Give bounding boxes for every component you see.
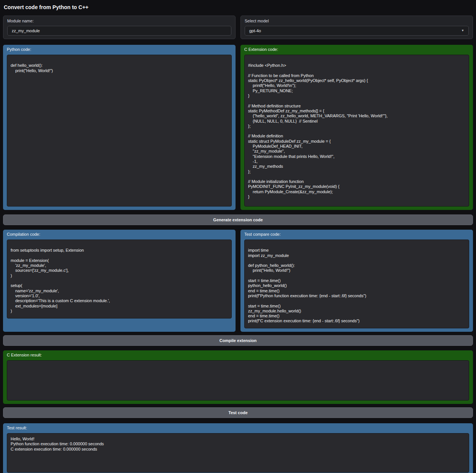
test-code-button[interactable]: Test code xyxy=(3,407,473,418)
module-name-label: Module name: xyxy=(7,19,231,24)
module-name-group: Module name: xyxy=(3,16,236,39)
compile-test-row: Compilation code: from setuptools import… xyxy=(3,230,473,332)
test-compare-code-editor[interactable]: import time import zz_my_module def pyth… xyxy=(244,240,469,328)
c-extension-result-panel: C Extension result: xyxy=(3,350,473,404)
chevron-down-icon: ▼ xyxy=(461,29,464,32)
form-row: Module name: Select model gpt-4o ▼ xyxy=(3,16,473,39)
model-select-dropdown[interactable]: gpt-4o ▼ xyxy=(245,26,469,36)
generate-extension-code-button[interactable]: Generate extension code xyxy=(3,214,473,225)
python-code-panel: Python code: def hello_world(): print("H… xyxy=(3,45,236,210)
page-title: Convert code from Python to C++ xyxy=(4,4,472,11)
c-extension-result-label: C Extension result: xyxy=(7,353,469,358)
c-extension-result-output[interactable] xyxy=(7,360,469,400)
module-name-input[interactable] xyxy=(7,26,231,36)
compilation-code-editor[interactable]: from setuptools import setup, Extension … xyxy=(7,240,232,318)
test-result-panel: Test result: Hello, World! Python functi… xyxy=(3,423,473,473)
compilation-code-label: Compilation code: xyxy=(7,232,232,237)
test-compare-code-label: Test compare code: xyxy=(244,232,469,237)
test-result-label: Test result: xyxy=(7,426,469,430)
app-container: Convert code from Python to C++ Module n… xyxy=(0,0,476,473)
python-code-editor[interactable]: def hello_world(): print("Hello, World!"… xyxy=(7,55,232,207)
c-extension-code-editor[interactable]: #include <Python.h> // Function to be ca… xyxy=(244,55,469,207)
compilation-code-panel: Compilation code: from setuptools import… xyxy=(3,230,236,332)
compile-extension-button[interactable]: Compile extension xyxy=(3,335,473,346)
c-extension-code-label: C Extension code: xyxy=(244,47,469,52)
model-select-value: gpt-4o xyxy=(249,28,261,33)
c-extension-code-panel: C Extension code: #include <Python.h> //… xyxy=(240,45,473,210)
python-code-label: Python code: xyxy=(7,47,232,52)
model-select-label: Select model xyxy=(245,19,469,24)
test-compare-code-panel: Test compare code: import time import zz… xyxy=(240,230,473,332)
model-select-group: Select model gpt-4o ▼ xyxy=(240,16,473,39)
code-row: Python code: def hello_world(): print("H… xyxy=(3,45,473,210)
test-result-output[interactable]: Hello, World! Python function execution … xyxy=(7,433,469,473)
